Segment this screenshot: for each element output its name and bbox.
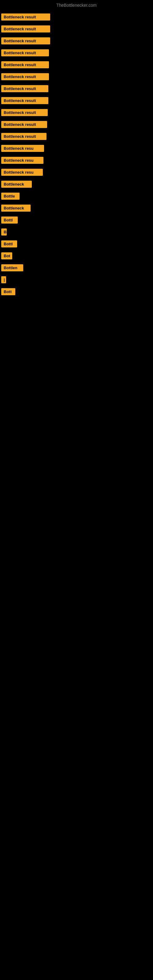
result-row: |	[0, 274, 153, 286]
result-row: Bottleneck result	[0, 59, 153, 72]
results-container: Bottleneck resultBottleneck resultBottle…	[0, 12, 153, 298]
site-title: TheBottlenecker.com	[56, 3, 97, 8]
result-row: Bottleneck resu	[0, 155, 153, 167]
bottleneck-badge[interactable]: Bottleneck	[1, 205, 30, 212]
bottleneck-badge[interactable]: Bottl	[1, 216, 18, 224]
result-row: Bottl	[0, 215, 153, 227]
result-row: Bot	[0, 250, 153, 262]
result-row: Bottleneck	[0, 179, 153, 191]
bottleneck-badge[interactable]: Bottleneck resu	[1, 157, 43, 164]
bottleneck-badge[interactable]: Bottleneck resu	[1, 145, 44, 152]
result-row: Bottleneck result	[0, 107, 153, 119]
bottleneck-badge[interactable]: Bott	[1, 288, 15, 295]
bottleneck-badge[interactable]: Bot	[1, 252, 12, 259]
result-row: Bottle	[0, 191, 153, 203]
result-row: Bottleneck result	[0, 72, 153, 83]
result-row: Bottleneck result	[0, 131, 153, 143]
result-row: Bottleneck result	[0, 83, 153, 95]
bottleneck-badge[interactable]: Bottleneck result	[1, 97, 48, 104]
bottleneck-badge[interactable]: Bottleneck result	[1, 25, 50, 32]
bottleneck-badge[interactable]: |	[1, 276, 6, 283]
result-row: Bottleneck result	[0, 12, 153, 24]
bottleneck-badge[interactable]: Bottleneck result	[1, 133, 46, 140]
result-row: Bottleneck resu	[0, 167, 153, 179]
bottleneck-badge[interactable]: B	[1, 229, 7, 235]
bottleneck-badge[interactable]: Bottleneck result	[1, 61, 49, 68]
result-row: Bott	[0, 286, 153, 298]
result-row: Bottleneck result	[0, 24, 153, 35]
bottleneck-badge[interactable]: Bottle	[1, 192, 19, 200]
site-header: TheBottlenecker.com	[0, 0, 153, 12]
result-row: Bottleneck result	[0, 119, 153, 131]
bottleneck-badge[interactable]: Bottleneck result	[1, 73, 49, 80]
bottleneck-badge[interactable]: Bottl	[1, 240, 17, 247]
result-row: Bottleneck	[0, 203, 153, 215]
result-row: Bottl	[0, 239, 153, 250]
bottleneck-badge[interactable]: Bottleneck result	[1, 49, 49, 56]
page-wrapper: TheBottlenecker.com Bottleneck resultBot…	[0, 0, 153, 298]
result-row: Bottleneck result	[0, 95, 153, 107]
bottleneck-badge[interactable]: Bottleneck result	[1, 121, 47, 128]
bottleneck-badge[interactable]: Bottleneck result	[1, 85, 48, 92]
bottleneck-badge[interactable]: Bottleneck	[1, 181, 32, 188]
result-row: Bottleneck resu	[0, 143, 153, 155]
result-row: Bottlen	[0, 262, 153, 274]
bottleneck-badge[interactable]: Bottleneck resu	[1, 169, 43, 176]
bottleneck-badge[interactable]: Bottlen	[1, 264, 23, 271]
result-row: Bottleneck result	[0, 48, 153, 59]
result-row: Bottleneck result	[0, 35, 153, 48]
bottleneck-badge[interactable]: Bottleneck result	[1, 13, 50, 21]
bottleneck-badge[interactable]: Bottleneck result	[1, 37, 50, 45]
bottleneck-badge[interactable]: Bottleneck result	[1, 109, 48, 116]
result-row: B	[0, 227, 153, 239]
